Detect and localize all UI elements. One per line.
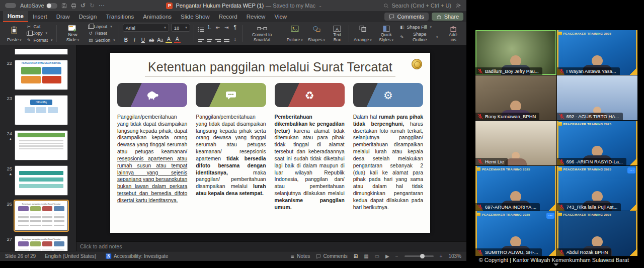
arrange-button[interactable]: Arrange▾ — [353, 24, 373, 43]
picture-button[interactable]: Picture▾ — [286, 24, 304, 43]
slide-thumbnail-24[interactable] — [15, 130, 68, 160]
notes-pane[interactable]: Click to add notes — [76, 241, 466, 251]
slide-thumbnail-partial[interactable] — [15, 49, 68, 55]
align-left-button[interactable] — [198, 35, 204, 43]
tab-transitions[interactable]: Transitions — [101, 11, 138, 22]
thumbnail-row: 26Ketentuan panggilan melalui Surat Terc… — [0, 198, 76, 233]
more-commands-icon[interactable]: ⋯ — [99, 3, 105, 9]
text-highlight-button[interactable]: A — [166, 37, 172, 43]
shapes-button[interactable]: Shapes▾ — [307, 24, 326, 43]
align-right-button[interactable] — [215, 35, 221, 43]
zoom-level[interactable]: 103% — [448, 253, 461, 259]
bold-button[interactable]: B — [123, 37, 129, 43]
add-ins-button[interactable]: Add-ins — [445, 24, 461, 43]
paragraph-marks-button[interactable]: ¶ — [232, 25, 238, 30]
participant-tile[interactable]: Badilum_Boy Jefry Pau... — [475, 30, 556, 75]
bullets-icon — [198, 28, 204, 32]
autosave-toggle[interactable] — [46, 3, 57, 9]
underline-button[interactable]: U — [140, 37, 146, 43]
share-button[interactable]: Share — [432, 13, 463, 21]
collapse-chevron-icon[interactable] — [553, 263, 558, 266]
slide-thumbnail-23[interactable]: HIR & RBg — [15, 95, 68, 125]
zoom-in-button[interactable]: + — [440, 253, 443, 259]
indent-increase-button[interactable]: ⇥ — [223, 25, 230, 30]
tab-animations[interactable]: Animations — [138, 11, 176, 22]
change-case-button[interactable]: Aa — [157, 37, 164, 43]
paste-button[interactable]: Paste▾ — [5, 24, 24, 43]
zoom-out-button[interactable]: − — [395, 253, 398, 259]
comments-toggle-button[interactable]: Comments — [316, 253, 347, 259]
autosave-control[interactable]: AutoSave — [20, 3, 57, 9]
participant-tile[interactable]: PEACEMAKER TRAINING 2025Abdul Rozak BPHN — [557, 211, 638, 256]
participant-tile[interactable]: Hemi Lie — [475, 121, 556, 165]
reset-button[interactable]: ↺Reset — [88, 31, 115, 36]
layout-button[interactable]: Layout▾ — [88, 24, 115, 29]
window-controls[interactable] — [5, 3, 16, 8]
indent-decrease-button[interactable]: ⇤ — [215, 25, 221, 30]
reading-view-button[interactable]: ▭ — [375, 253, 379, 259]
search-control[interactable]: Search (Cmd + Ctrl + U) — [383, 3, 451, 9]
slideshow-button[interactable]: ▶ — [385, 253, 389, 259]
strikethrough-button[interactable]: ab — [148, 38, 155, 43]
bullets-button[interactable] — [198, 24, 204, 32]
participant-tile[interactable]: PEACEMAKER TRAINING 2025⋯743_Rika laila … — [557, 166, 638, 211]
language-status[interactable]: English (United States) — [45, 253, 96, 259]
tab-slide-show[interactable]: Slide Show — [176, 11, 214, 22]
participant-name-bar: 697-ARUNA INDRIYA ... — [475, 203, 540, 211]
justify-button[interactable] — [223, 35, 230, 43]
text-box-button[interactable]: A Text Box — [329, 24, 345, 43]
slide-thumbnail-26[interactable]: Ketentuan panggilan melalui Surat Tercat… — [15, 201, 68, 231]
participant-tile[interactable]: 692 - AGUS TIRTO HA... — [557, 75, 638, 120]
redo-icon[interactable]: ↻ — [90, 3, 95, 9]
slide-thumbnail-25[interactable] — [15, 165, 68, 196]
font-name-select[interactable]: Arial▾ — [123, 24, 169, 32]
participant-more-button[interactable]: ⋯ — [627, 167, 635, 173]
tab-review[interactable]: Review — [242, 11, 270, 22]
training-logo-icon — [477, 167, 480, 171]
save-icon[interactable] — [61, 3, 67, 9]
document-title-area[interactable]: P Pengantar Hukum Perdata WEP (1)— Saved… — [109, 3, 380, 9]
new-slide-button[interactable]: New Slide▾ — [60, 24, 86, 43]
tab-draw[interactable]: Draw — [52, 11, 74, 22]
font-color-button[interactable]: A — [174, 37, 181, 43]
participant-tile[interactable]: PEACEMAKER TRAINING 2025⋯SUMITRO ALIWU, … — [475, 211, 556, 256]
participant-tile[interactable]: PEACEMAKER TRAINING 2025696 -ARIFIN RASY… — [557, 121, 638, 165]
quick-styles-button[interactable]: Quick Styles▾ — [376, 24, 397, 43]
normal-view-button[interactable]: ⊞ — [354, 253, 358, 259]
cut-button[interactable]: ✂Cut — [27, 24, 53, 29]
zoom-slider-knob[interactable] — [420, 254, 425, 258]
align-center-button[interactable] — [206, 35, 213, 43]
tab-home[interactable]: Home — [3, 11, 28, 22]
format-painter-button[interactable]: ✎Format▾ — [27, 38, 53, 43]
copy-button[interactable]: Copy▾ — [27, 31, 53, 36]
notes-toggle-button[interactable]: ≣Notes — [290, 253, 310, 259]
shape-outline-button[interactable]: ✎Shape Outline▾ — [399, 32, 438, 42]
undo-icon[interactable]: ↺ — [80, 3, 86, 9]
comments-button[interactable]: Comments — [384, 13, 428, 21]
slide-thumbnail-22[interactable]: PENGATURAN PANGGILAN SIDANG — [15, 60, 68, 90]
shape-fill-button[interactable]: ◧Shape Fill▾ — [399, 25, 438, 30]
thumbnail-row: 25★ — [0, 163, 76, 198]
italic-button[interactable]: I — [131, 37, 138, 43]
font-size-select[interactable]: 18▾ — [171, 24, 190, 32]
tab-design[interactable]: Design — [74, 11, 102, 22]
participant-more-button[interactable]: ⋯ — [546, 213, 554, 219]
line-spacing-button[interactable]: ↕ — [232, 37, 238, 42]
tab-view[interactable]: View — [270, 11, 291, 22]
zoom-slider[interactable] — [405, 255, 434, 257]
participant-tile[interactable]: PEACEMAKER TRAINING 2025697-ARUNA INDRIY… — [475, 166, 556, 211]
zoom-gallery: Badilum_Boy Jefry Pau...PEACEMAKER TRAIN… — [475, 30, 637, 256]
tab-insert[interactable]: Insert — [28, 11, 52, 22]
slide-thumbnail-27[interactable]: Ketentuan panggilan melalui Surat Tercat… — [15, 236, 68, 251]
numbering-button[interactable]: 1. — [206, 25, 213, 30]
tab-record[interactable]: Record — [214, 11, 242, 22]
section-button[interactable]: ▤Section▾ — [88, 38, 115, 43]
convert-smartart-button[interactable]: Convert to SmartArt — [246, 24, 278, 43]
presenter-share-icon[interactable] — [455, 3, 461, 9]
slide-canvas[interactable]: Ketentuan panggilan melalui Surat Tercat… — [110, 53, 430, 233]
participant-tile[interactable]: Rony Kurniawan_BPHN — [475, 75, 556, 120]
print-icon[interactable] — [71, 3, 76, 9]
accessibility-status[interactable]: ♿Accessibility: Investigate — [105, 253, 168, 259]
slide-sorter-button[interactable]: ▦ — [364, 253, 368, 259]
participant-tile[interactable]: PEACEMAKER TRAINING 2025I Wayan Astawa Y… — [557, 30, 638, 75]
